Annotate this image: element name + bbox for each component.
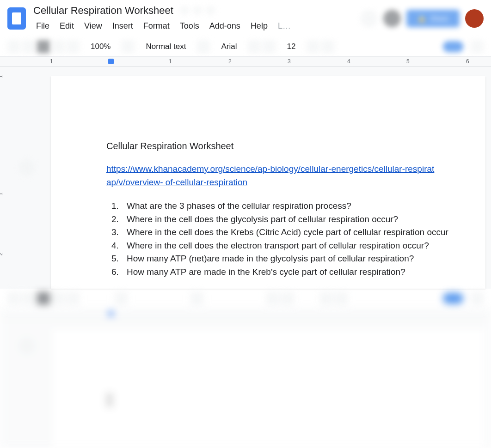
font-size-decrease[interactable] [263, 40, 276, 53]
doc-hyperlink[interactable]: https://www.khanacademy.org/science/ap-b… [106, 163, 467, 189]
ruler-mark: 6 [466, 58, 469, 65]
spellcheck-button[interactable] [52, 40, 65, 53]
share-label: Share [430, 14, 448, 22]
list-item[interactable]: Where in the cell does the Krebs (Citric… [121, 226, 467, 239]
print-button[interactable] [37, 40, 50, 53]
last-edit-link[interactable]: La… [273, 19, 292, 33]
paragraph-style-select[interactable]: Normal text [142, 42, 190, 51]
ruler-mark: 1 [50, 58, 53, 65]
menu-addons[interactable]: Add-ons [205, 19, 245, 33]
font-dropdown-icon[interactable] [248, 40, 261, 53]
menubar: File Edit View Insert Format Tools Add-o… [31, 19, 355, 33]
doc-heading[interactable]: Cellular Respiration Worksheet [106, 141, 467, 151]
more-toolbar-icon[interactable] [471, 40, 484, 53]
comments-icon[interactable] [383, 10, 401, 27]
star-icon[interactable] [180, 6, 189, 15]
font-size-increase[interactable] [307, 40, 319, 53]
blurred-duplicate-region [0, 289, 491, 448]
editing-mode-toggle[interactable] [443, 41, 463, 52]
style-dropdown-icon[interactable] [197, 40, 210, 53]
document-title[interactable]: Cellular Respiration Worksheet [31, 4, 175, 18]
list-item[interactable]: Where in the cell does the glycolysis pa… [121, 213, 467, 226]
history-icon[interactable] [360, 10, 378, 27]
move-icon[interactable] [193, 6, 202, 15]
vertical-ruler[interactable]: 1 1 2 [0, 67, 9, 289]
v-ruler-mark: 1 [0, 193, 4, 196]
font-select[interactable]: Arial [217, 42, 240, 51]
question-list[interactable]: What are the 3 phases of the cellular re… [106, 200, 467, 278]
menu-view[interactable]: View [80, 19, 107, 33]
horizontal-ruler[interactable]: 1 1 2 3 4 5 6 [0, 57, 491, 67]
ruler-mark: 3 [288, 58, 291, 65]
list-item[interactable]: How many ATP (net)are made in the glycol… [121, 253, 467, 265]
font-size-input[interactable]: 12 [283, 42, 299, 51]
format-toolbar: 100% Normal text Arial 12 [0, 36, 491, 57]
menu-edit[interactable]: Edit [55, 19, 79, 33]
menu-help[interactable]: Help [246, 19, 272, 33]
indent-marker[interactable] [108, 59, 114, 64]
document-page[interactable]: Cellular Respiration Worksheet https://w… [51, 76, 485, 289]
user-avatar[interactable] [465, 9, 484, 28]
lock-icon: 🔒 [417, 14, 426, 23]
zoom-dropdown-icon[interactable] [122, 40, 135, 53]
undo-button[interactable] [7, 40, 20, 53]
ruler-mark: 4 [347, 58, 350, 65]
menu-file[interactable]: File [31, 19, 54, 33]
menu-tools[interactable]: Tools [175, 19, 204, 33]
redo-button[interactable] [22, 40, 35, 53]
docs-home-icon[interactable] [7, 7, 26, 30]
paint-format-button[interactable] [67, 40, 80, 53]
ruler-mark: 2 [228, 58, 232, 65]
menu-format[interactable]: Format [139, 19, 174, 33]
bold-button[interactable] [321, 40, 334, 53]
list-item[interactable]: How many ATP are made in the Kreb's cycl… [121, 266, 467, 278]
v-ruler-mark: 1 [0, 75, 4, 79]
document-canvas: 1 1 2 Cellular Respiration Worksheet htt… [0, 67, 491, 289]
share-button[interactable]: 🔒 Share [406, 10, 460, 27]
list-item[interactable]: What are the 3 phases of the cellular re… [121, 200, 467, 212]
ruler-mark: 1 [169, 58, 172, 65]
zoom-select[interactable]: 100% [87, 42, 114, 51]
menu-insert[interactable]: Insert [108, 19, 138, 33]
docs-page-icon [12, 12, 21, 24]
app-header: Cellular Respiration Worksheet File Edit… [0, 0, 491, 36]
list-item[interactable]: Where in the cell does the electron tran… [121, 240, 467, 252]
cloud-status-icon [206, 6, 215, 15]
outline-toggle-button[interactable] [18, 159, 35, 176]
ruler-mark: 5 [406, 58, 410, 65]
v-ruler-mark: 2 [0, 253, 4, 256]
